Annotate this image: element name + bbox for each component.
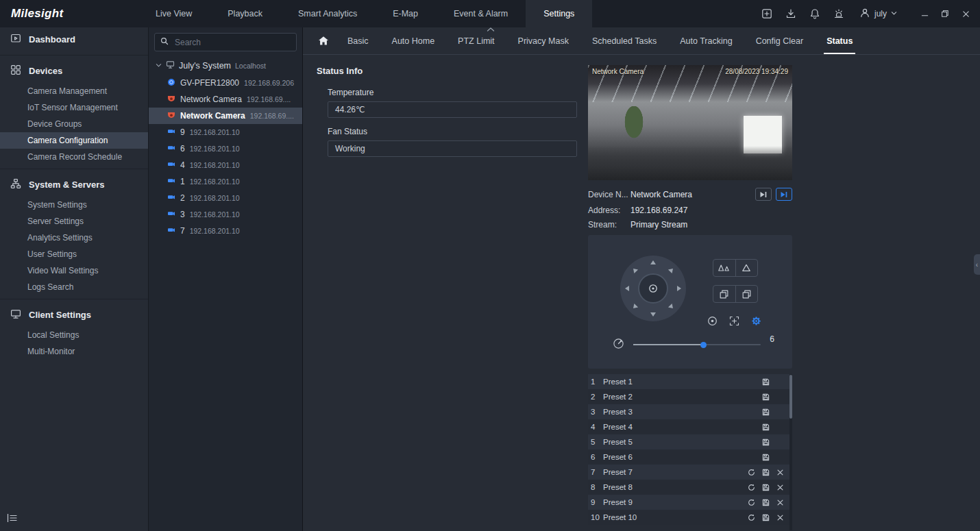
tree-root-system[interactable]: July's System Localhost — [149, 57, 302, 75]
sidebar-section-system-servers[interactable]: System & Servers — [0, 173, 148, 197]
restore-button[interactable] — [940, 9, 950, 18]
tab-auto-tracking[interactable]: Auto Tracking — [668, 27, 744, 54]
siren-icon[interactable] — [833, 8, 845, 20]
preset-scrollbar-thumb[interactable] — [789, 375, 792, 419]
preset-save-icon[interactable] — [761, 378, 770, 386]
auto-focus-button[interactable] — [729, 316, 739, 326]
sidebar-item-server-settings[interactable]: Server Settings — [0, 213, 148, 230]
preset-save-icon[interactable] — [761, 423, 770, 431]
sidebar-item-system-settings[interactable]: System Settings — [0, 197, 148, 213]
tab-scheduled-tasks[interactable]: Scheduled Tasks — [580, 27, 668, 54]
sidebar-item-multi-monitor[interactable]: Multi-Monitor — [0, 343, 148, 360]
sidebar-section-client-settings[interactable]: Client Settings — [0, 303, 148, 327]
preset-row-5[interactable]: 5 Preset 5 — [588, 434, 792, 449]
preset-delete-icon[interactable] — [776, 498, 784, 506]
search-input[interactable] — [173, 37, 291, 48]
sidebar-collapse-icon[interactable] — [7, 513, 18, 525]
sidebar-item-dashboard[interactable]: Dashboard — [0, 27, 148, 51]
tree-item-camera-9[interactable]: 9 192.168.201.10 — [149, 124, 302, 140]
preset-save-icon[interactable] — [761, 498, 770, 506]
sidebar-item-iot-sensor-management[interactable]: IoT Sensor Management — [0, 99, 148, 116]
preset-save-icon[interactable] — [761, 453, 770, 461]
ptz-settings-gear-icon[interactable] — [751, 316, 761, 326]
tree-item-camera-6[interactable]: 6 192.168.201.10 — [149, 140, 302, 157]
preset-call-icon[interactable] — [747, 513, 755, 521]
preset-scrollbar[interactable] — [789, 374, 792, 530]
speed-gauge-icon[interactable] — [613, 338, 624, 351]
nav-event-alarm[interactable]: Event & Alarm — [436, 0, 526, 27]
tree-item-network-camera-1[interactable]: Network Camera 192.168.69.... — [149, 91, 302, 108]
preset-save-icon[interactable] — [761, 438, 770, 446]
tab-config-clear[interactable]: Config Clear — [744, 27, 815, 54]
zoom-in-button[interactable] — [735, 260, 758, 276]
preset-row-6[interactable]: 6 Preset 6 — [588, 449, 792, 465]
iris-button[interactable] — [707, 316, 718, 326]
home-icon[interactable] — [311, 36, 336, 46]
tab-basic[interactable]: Basic — [336, 27, 380, 54]
preset-save-icon[interactable] — [761, 513, 770, 521]
preset-row-4[interactable]: 4 Preset 4 — [588, 419, 792, 434]
collapse-tabbar-icon[interactable] — [482, 25, 499, 34]
sidebar-item-camera-management[interactable]: Camera Management — [0, 83, 148, 99]
add-window-icon[interactable] — [761, 8, 773, 20]
play-sub-stream-button[interactable] — [776, 188, 792, 201]
preset-row-9[interactable]: 9 Preset 9 — [588, 495, 792, 510]
sidebar-item-analytics-settings[interactable]: Analytics Settings — [0, 230, 148, 246]
tab-privacy-mask[interactable]: Privacy Mask — [506, 27, 580, 54]
minimize-button[interactable] — [920, 9, 929, 18]
close-button[interactable] — [961, 9, 970, 18]
alarm-bell-icon[interactable] — [809, 8, 821, 20]
sidebar-section-devices[interactable]: Devices — [0, 59, 148, 83]
preset-call-icon[interactable] — [747, 498, 755, 506]
tree-item-gv-pfer12800[interactable]: GV-PFER12800 192.168.69.206 — [149, 75, 302, 91]
tree-item-camera-1[interactable]: 1 192.168.201.10 — [149, 173, 302, 190]
user-menu[interactable]: july — [859, 8, 897, 21]
preset-row-10[interactable]: 10 Preset 10 — [588, 510, 792, 525]
ptz-auto-pan-button[interactable] — [638, 273, 668, 304]
sidebar-item-device-groups[interactable]: Device Groups — [0, 116, 148, 132]
sidebar-item-user-settings[interactable]: User Settings — [0, 246, 148, 262]
preset-row-7[interactable]: 7 Preset 7 — [588, 465, 792, 480]
chevron-down-icon[interactable] — [156, 61, 162, 71]
preset-save-icon[interactable] — [761, 393, 770, 401]
preset-call-icon[interactable] — [747, 468, 755, 476]
preset-row-2[interactable]: 2 Preset 2 — [588, 389, 792, 404]
focus-far-button[interactable] — [735, 286, 758, 302]
preset-delete-icon[interactable] — [776, 468, 784, 476]
speed-slider[interactable] — [633, 344, 761, 345]
nav-playback[interactable]: Playback — [210, 0, 280, 27]
preset-save-icon[interactable] — [761, 468, 770, 476]
collapse-right-panel-icon[interactable]: ‹ — [974, 254, 980, 275]
preset-call-icon[interactable] — [747, 483, 755, 491]
tree-item-camera-3[interactable]: 3 192.168.201.10 — [149, 206, 302, 223]
preset-delete-icon[interactable] — [776, 483, 784, 491]
preset-save-icon[interactable] — [761, 483, 770, 491]
sidebar-item-video-wall-settings[interactable]: Video Wall Settings — [0, 262, 148, 279]
sidebar-item-camera-record-schedule[interactable]: Camera Record Schedule — [0, 149, 148, 165]
sidebar-item-logs-search[interactable]: Logs Search — [0, 279, 148, 295]
sidebar-item-local-settings[interactable]: Local Settings — [0, 327, 148, 343]
zoom-out-button[interactable] — [713, 260, 735, 276]
tree-item-camera-7[interactable]: 7 192.168.201.10 — [149, 223, 302, 239]
nav-e-map[interactable]: E-Map — [375, 0, 436, 27]
preset-delete-icon[interactable] — [776, 513, 784, 521]
sidebar-item-camera-configuration[interactable]: Camera Configuration — [0, 132, 148, 149]
nav-live-view[interactable]: Live View — [138, 0, 210, 27]
focus-near-button[interactable] — [713, 286, 735, 302]
preset-row-8[interactable]: 8 Preset 8 — [588, 480, 792, 495]
preset-row-1[interactable]: 1 Preset 1 — [588, 374, 792, 389]
tree-item-camera-4[interactable]: 4 192.168.201.10 — [149, 157, 302, 173]
tab-status[interactable]: Status — [815, 27, 864, 54]
client-download-icon[interactable] — [785, 8, 797, 20]
play-main-stream-button[interactable] — [755, 188, 772, 201]
tab-auto-home[interactable]: Auto Home — [380, 27, 447, 54]
tree-item-camera-2[interactable]: 2 192.168.201.10 — [149, 190, 302, 206]
speed-slider-knob[interactable] — [700, 342, 707, 348]
nav-smart-analytics[interactable]: Smart Analytics — [280, 0, 375, 27]
tree-item-network-camera-2[interactable]: Network Camera 192.168.69.... — [149, 108, 302, 124]
ptz-direction-pad[interactable] — [620, 256, 686, 321]
live-preview[interactable]: Network Camera 28/08/2023 19:34:29 — [588, 65, 792, 180]
nav-settings[interactable]: Settings — [526, 0, 592, 27]
preset-row-3[interactable]: 3 Preset 3 — [588, 404, 792, 419]
preset-save-icon[interactable] — [761, 408, 770, 416]
